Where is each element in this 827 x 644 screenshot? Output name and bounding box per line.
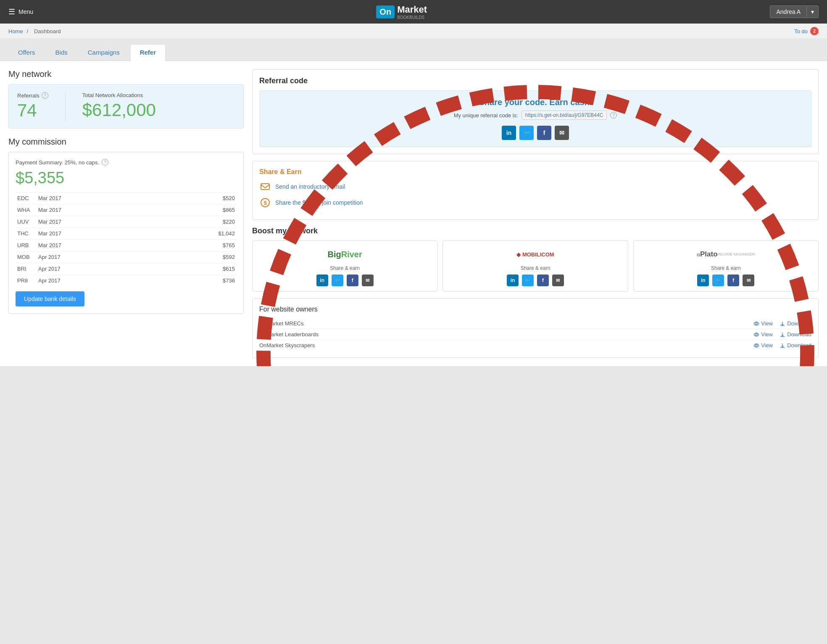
email-share-icon[interactable]: ✉ xyxy=(555,126,569,140)
commission-table-container[interactable]: EDCMar 2017$520WHAMar 2017$865UUVMar 201… xyxy=(16,192,237,285)
table-row: MOBApr 2017$592 xyxy=(16,251,237,263)
table-row: WHAMar 2017$865 xyxy=(16,204,237,216)
row-amount: $220 xyxy=(150,216,237,228)
referrals-stat: Referrals ? 74 xyxy=(17,92,48,121)
row-amount: $736 xyxy=(150,275,237,285)
breadcrumb-current: Dashboard xyxy=(34,28,61,34)
table-row: EDCMar 2017$520 xyxy=(16,193,237,204)
twitter-icon[interactable]: 🐦 xyxy=(519,126,534,140)
row-period: Mar 2017 xyxy=(37,204,150,216)
breadcrumb-home[interactable]: Home xyxy=(8,28,23,34)
tab-refer[interactable]: Refer xyxy=(130,44,166,61)
commission-total: $5,355 xyxy=(16,169,237,187)
bigriver-twitter[interactable]: 🐦 xyxy=(332,274,343,286)
website-owners-title: For website owners xyxy=(259,306,811,313)
website-row: OnMarket Leaderboards View Download xyxy=(259,329,811,340)
send-email-link[interactable]: Send an introductory email xyxy=(275,183,345,190)
mobilicom-social: in 🐦 f ✉ xyxy=(448,274,622,286)
row-amount: $865 xyxy=(150,204,237,216)
content-area: My network Referrals ? 74 Total Network … xyxy=(0,61,827,366)
download-link[interactable]: Download xyxy=(780,331,811,338)
tabs: Offers Bids Campaigns Refer xyxy=(0,39,827,61)
user-dropdown-button[interactable]: ▾ xyxy=(807,5,819,18)
bigriver-linkedin[interactable]: in xyxy=(316,274,328,286)
share-earn-section: Share & Earn Send an introductory email xyxy=(252,161,819,220)
website-row-name: OnMarket MRECs xyxy=(259,320,303,327)
my-network-title: My network xyxy=(8,69,244,79)
row-period: Apr 2017 xyxy=(37,275,150,285)
boost-card-mobilicom: ◆ MOBILICOM Share & earn in 🐦 f ✉ xyxy=(442,240,628,292)
referrals-label: Referrals ? xyxy=(17,92,48,99)
svg-point-4 xyxy=(756,322,758,325)
tab-bids[interactable]: Bids xyxy=(46,44,77,60)
view-link[interactable]: View xyxy=(753,342,773,348)
menu-button[interactable]: ☰ Menu xyxy=(8,7,33,16)
user-area: Andrea A ▾ xyxy=(770,5,819,18)
row-code: PR8 xyxy=(16,275,37,285)
row-period: Mar 2017 xyxy=(37,228,150,240)
referral-code-section: Referral code Share your code. Earn cash… xyxy=(252,69,819,154)
website-row: OnMarket Skyscrapers View Download xyxy=(259,340,811,351)
mobilicom-facebook[interactable]: f xyxy=(537,274,549,286)
download-link[interactable]: Download xyxy=(780,342,811,348)
row-amount: $520 xyxy=(150,193,237,204)
referrals-help-icon[interactable]: ? xyxy=(42,92,48,99)
todo-badge[interactable]: To do 2 xyxy=(794,27,819,35)
plato-twitter[interactable]: 🐦 xyxy=(712,274,724,286)
share-earn-competition[interactable]: $ Share the $2,000 join competition xyxy=(259,197,811,209)
referral-headline: Share your code. Earn cash. xyxy=(266,98,804,107)
bigriver-email[interactable]: ✉ xyxy=(362,274,374,286)
commission-header: Payment Summary. 25%, no caps. ? xyxy=(16,159,237,166)
allocations-stat: Total Network Allocations $612,000 xyxy=(82,92,156,121)
website-row-name: OnMarket Leaderboards xyxy=(259,331,319,338)
boost-title: Boost my network xyxy=(252,227,819,235)
todo-label: To do xyxy=(794,28,808,34)
mobilicom-twitter[interactable]: 🐦 xyxy=(522,274,534,286)
row-amount: $765 xyxy=(150,240,237,251)
share-earn-email[interactable]: Send an introductory email xyxy=(259,181,811,193)
view-link[interactable]: View xyxy=(753,331,773,338)
plato-email[interactable]: ✉ xyxy=(743,274,754,286)
row-period: Apr 2017 xyxy=(37,251,150,263)
update-bank-button[interactable]: Update bank details xyxy=(16,291,84,306)
plato-linkedin[interactable]: in xyxy=(697,274,709,286)
commission-help-icon[interactable]: ? xyxy=(102,159,108,166)
referral-social-icons: in 🐦 f ✉ xyxy=(266,126,804,140)
referrals-value: 74 xyxy=(17,100,48,121)
mobilicom-linkedin[interactable]: in xyxy=(507,274,519,286)
user-name-button[interactable]: Andrea A xyxy=(770,5,807,18)
linkedin-icon[interactable]: in xyxy=(502,126,516,140)
tab-offers[interactable]: Offers xyxy=(8,44,45,60)
row-period: Mar 2017 xyxy=(37,216,150,228)
bigriver-facebook[interactable]: f xyxy=(347,274,358,286)
competition-link[interactable]: Share the $2,000 join competition xyxy=(275,199,363,206)
bigriver-logo: BigRiver xyxy=(258,246,432,263)
row-code: THC xyxy=(16,228,37,240)
row-amount: $592 xyxy=(150,251,237,263)
tab-campaigns[interactable]: Campaigns xyxy=(78,44,129,60)
facebook-icon[interactable]: f xyxy=(537,126,551,140)
plato-logo: α Plato INCOME MAXIMISER xyxy=(639,246,813,263)
mobilicom-email[interactable]: ✉ xyxy=(552,274,564,286)
view-link[interactable]: View xyxy=(753,320,773,327)
referral-code-title: Referral code xyxy=(259,77,811,85)
row-period: Apr 2017 xyxy=(37,263,150,275)
svg-point-6 xyxy=(756,344,758,346)
row-code: BRI xyxy=(16,263,37,275)
download-link[interactable]: Download xyxy=(780,320,811,327)
referral-code-wrapper: Referral code Share your code. Earn cash… xyxy=(252,69,819,154)
row-code: URB xyxy=(16,240,37,251)
boost-section: Boost my network BigRiver Share & earn i… xyxy=(252,227,819,292)
plato-label: Share & earn xyxy=(639,265,813,271)
header: ☰ Menu On Market BOOKBUILDS Andrea A ▾ xyxy=(0,0,827,24)
boost-card-bigriver: BigRiver Share & earn in 🐦 f ✉ xyxy=(252,240,437,292)
row-code: UUV xyxy=(16,216,37,228)
referral-inner: Share your code. Earn cash. My unique re… xyxy=(259,90,811,147)
logo-sub: BOOKBUILDS xyxy=(397,15,424,20)
referral-code-chip[interactable]: https://s.get-on.bid/au/j/G97EB44C xyxy=(521,111,607,120)
breadcrumb-bar: Home / Dashboard To do 2 xyxy=(0,24,827,39)
bigriver-label: Share & earn xyxy=(258,265,432,271)
plato-facebook[interactable]: f xyxy=(727,274,739,286)
referral-code-help-icon[interactable]: ? xyxy=(610,112,617,119)
commission-box: Payment Summary. 25%, no caps. ? $5,355 … xyxy=(8,152,244,314)
